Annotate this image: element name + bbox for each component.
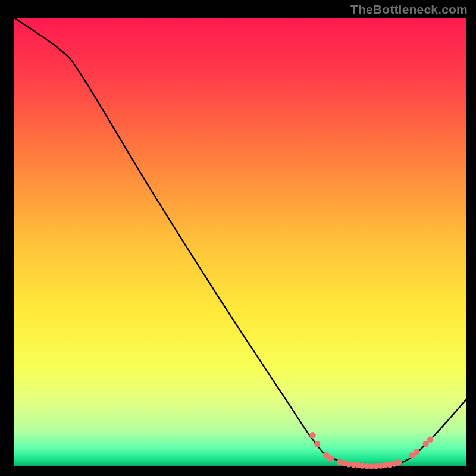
curve-marker <box>427 437 433 443</box>
bottleneck-curve-chart <box>0 0 476 476</box>
curve-marker <box>422 441 428 447</box>
watermark-text: TheBottleneck.com <box>350 2 468 17</box>
curve-marker <box>414 449 419 455</box>
curve-marker <box>309 432 315 438</box>
gradient-background <box>14 18 466 466</box>
chart-stage: TheBottleneck.com <box>0 0 476 476</box>
curve-marker <box>328 455 334 461</box>
curve-marker <box>314 441 320 447</box>
curve-marker <box>396 459 402 465</box>
